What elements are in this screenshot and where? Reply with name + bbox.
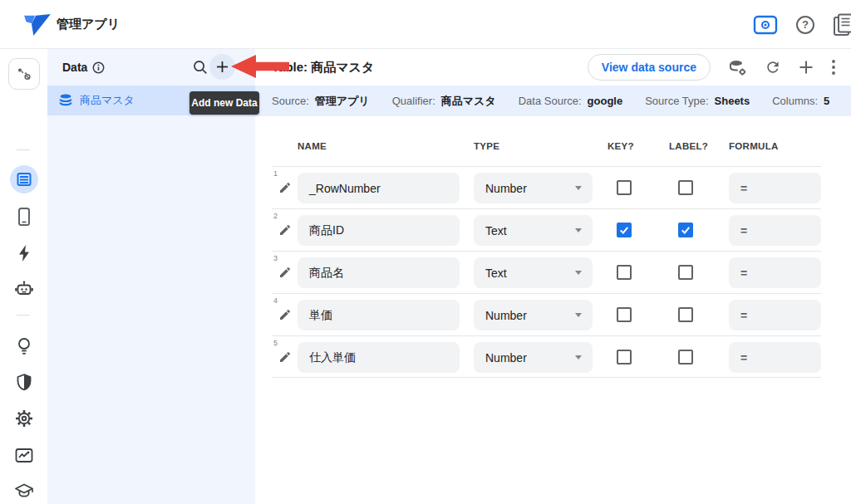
rail-item-actions[interactable]: [0, 243, 47, 263]
rail-item-manage[interactable]: [0, 446, 47, 465]
edit-column-icon[interactable]: [278, 266, 292, 279]
data-table-icon: [16, 171, 32, 188]
key-checkbox[interactable]: [617, 223, 632, 237]
column-type-select[interactable]: Number: [474, 173, 593, 203]
data-panel-title-text: Data: [62, 61, 87, 74]
key-checkbox[interactable]: [617, 265, 632, 280]
more-options-icon[interactable]: [831, 59, 836, 76]
rail-item-security[interactable]: [0, 373, 47, 393]
columns-table-rows: 1 _RowNumber Number = 2 商品ID Text: [272, 166, 821, 378]
plus-icon: [216, 61, 229, 73]
rail-item-automation[interactable]: [0, 279, 47, 299]
formula-input[interactable]: =: [729, 257, 821, 288]
graduation-cap-icon: [14, 482, 34, 500]
column-name-input[interactable]: 商品ID: [298, 215, 460, 246]
dropdown-caret-icon: [575, 186, 582, 190]
add-column-icon[interactable]: [799, 60, 814, 75]
key-checkbox[interactable]: [617, 350, 632, 365]
info-icon[interactable]: [92, 61, 105, 74]
phone-icon: [15, 207, 33, 227]
dropdown-caret-icon: [575, 355, 582, 360]
info-value: Sheets: [715, 95, 750, 107]
row-number: 1: [273, 169, 278, 178]
info-label: Columns:: [772, 95, 818, 107]
table-header-actions: View data source: [588, 49, 836, 86]
info-label: Qualifier:: [392, 95, 435, 107]
columns-table: NAME TYPE KEY? LABEL? FORMULA 1 _RowNumb…: [272, 116, 821, 378]
column-type-select[interactable]: Number: [474, 300, 593, 330]
header-type: TYPE: [474, 141, 499, 151]
table-row: 3 商品名 Text =: [272, 251, 821, 293]
column-name-input[interactable]: 商品名: [298, 257, 460, 288]
monitor-chart-icon: [14, 446, 34, 465]
header-formula: FORMULA: [729, 141, 779, 151]
top-bar: 管理アプリ ?: [0, 0, 851, 49]
label-checkbox[interactable]: [678, 350, 693, 365]
lightbulb-icon: [15, 336, 33, 356]
appsheet-editor-window: 管理アプリ ?: [0, 0, 851, 504]
info-label: Data Source:: [519, 95, 582, 107]
edit-column-icon[interactable]: [278, 350, 292, 364]
formula-input[interactable]: =: [729, 300, 821, 330]
data-panel-header: Data: [47, 49, 255, 86]
robot-icon: [14, 279, 34, 299]
edit-column-icon[interactable]: [278, 223, 292, 237]
table-row: 4 単価 Number =: [272, 293, 821, 335]
rail-item-intelligence[interactable]: [0, 336, 47, 356]
label-checkbox[interactable]: [678, 265, 693, 280]
search-icon[interactable]: [192, 59, 209, 76]
edit-column-icon[interactable]: [278, 181, 292, 194]
rail-divider: [17, 315, 30, 316]
column-type-select[interactable]: Text: [474, 257, 593, 288]
row-number: 3: [273, 254, 278, 262]
key-checkbox[interactable]: [617, 307, 632, 322]
edit-column-icon[interactable]: [278, 308, 292, 321]
rail-item-app-overview[interactable]: [0, 58, 47, 90]
dropdown-caret-icon: [575, 313, 582, 317]
help-icon[interactable]: ?: [796, 16, 814, 34]
rail-item-data[interactable]: [0, 165, 47, 193]
view-data-source-button[interactable]: View data source: [588, 54, 711, 81]
app-overview-button[interactable]: [8, 58, 40, 90]
formula-input[interactable]: =: [729, 173, 821, 203]
table-row: 1 _RowNumber Number =: [272, 166, 821, 208]
route-icon: [16, 66, 32, 82]
lightning-bolt-icon: [16, 243, 32, 263]
column-name-input[interactable]: _RowNumber: [298, 173, 460, 203]
key-checkbox[interactable]: [617, 180, 632, 195]
table-row: 2 商品ID Text =: [272, 208, 821, 251]
data-nav-selected-indicator: [10, 165, 38, 193]
info-value: 商品マスタ: [441, 94, 496, 109]
info-pair: Data Source: google: [519, 95, 622, 107]
column-name-input[interactable]: 単価: [298, 300, 460, 330]
shield-icon: [15, 373, 33, 393]
app-preview-icon[interactable]: [753, 15, 778, 35]
info-label: Source Type:: [645, 95, 708, 107]
column-type-value: Number: [485, 309, 527, 322]
row-number: 5: [273, 339, 278, 347]
formula-input[interactable]: =: [729, 215, 821, 246]
label-checkbox[interactable]: [678, 223, 693, 237]
navigation-rail: [0, 49, 47, 504]
column-name-input[interactable]: 仕入単価: [298, 342, 460, 373]
formula-input[interactable]: =: [729, 342, 821, 373]
rail-item-views[interactable]: [0, 207, 47, 227]
rail-item-settings[interactable]: [0, 409, 47, 428]
label-checkbox[interactable]: [678, 180, 693, 195]
dropdown-caret-icon: [575, 228, 582, 232]
info-pair: Qualifier: 商品マスタ: [392, 94, 496, 109]
info-value: google: [588, 95, 623, 107]
column-type-select[interactable]: Text: [474, 215, 593, 246]
label-checkbox[interactable]: [678, 307, 693, 322]
info-value: 管理アプリ: [315, 94, 370, 109]
info-label: Source:: [272, 95, 309, 107]
row-number: 4: [273, 296, 278, 305]
table-header-bar: Table: 商品マスタ View data source: [255, 49, 851, 86]
rail-divider: [17, 149, 30, 150]
info-value: 5: [824, 95, 829, 107]
rail-item-learn[interactable]: [0, 482, 47, 500]
refresh-icon[interactable]: [765, 59, 781, 76]
data-source-settings-icon[interactable]: [728, 59, 747, 76]
clipboard-copy-icon[interactable]: [833, 13, 851, 37]
column-type-select[interactable]: Number: [474, 342, 593, 373]
